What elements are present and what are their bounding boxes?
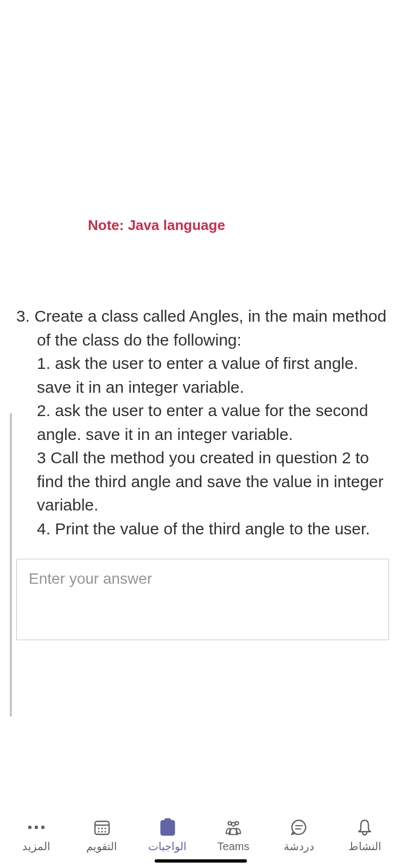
spacer-top <box>16 0 389 217</box>
svg-point-14 <box>235 821 239 825</box>
answer-box[interactable] <box>16 559 389 640</box>
tab-calendar[interactable]: التقويم <box>72 818 132 853</box>
tab-chat[interactable]: دردشة <box>269 818 329 853</box>
chat-icon <box>290 818 308 837</box>
tab-more-label: المزيد <box>22 840 50 853</box>
scroll-indicator <box>10 413 12 717</box>
svg-point-9 <box>101 831 103 832</box>
tab-teams-label: Teams <box>218 840 250 853</box>
assignment-content[interactable]: Note: Java language 3. Create a class ca… <box>0 0 401 807</box>
tab-assignments-label: الواجبات <box>148 840 187 853</box>
note-text: Note: Java language <box>88 217 389 234</box>
question-step-3: 3 Call the method you created in questio… <box>37 446 389 517</box>
teams-icon <box>224 819 243 837</box>
question-intro: Create a class called Angles, in the mai… <box>34 307 386 349</box>
tab-teams[interactable]: Teams <box>203 819 263 853</box>
home-indicator[interactable] <box>155 859 247 863</box>
svg-point-2 <box>41 826 44 829</box>
tab-activity[interactable]: النشاط <box>335 818 394 853</box>
svg-point-8 <box>98 831 99 832</box>
question-step-4: 4. Print the value of the third angle to… <box>37 517 389 541</box>
calendar-icon <box>93 818 111 837</box>
question-number: 3. <box>16 307 30 325</box>
svg-point-1 <box>34 826 37 829</box>
question-step-1: 1. ask the user to enter a value of firs… <box>37 352 389 399</box>
svg-point-0 <box>28 826 31 829</box>
tab-more[interactable]: المزيد <box>7 818 66 853</box>
tab-calendar-label: التقويم <box>86 840 117 853</box>
tab-assignments[interactable]: الواجبات <box>138 818 198 853</box>
svg-rect-11 <box>165 819 170 823</box>
bottom-tab-bar: المزيد التقويم <box>0 807 401 868</box>
tab-chat-label: دردشة <box>284 840 314 853</box>
svg-rect-12 <box>164 827 171 828</box>
bell-icon <box>355 818 374 837</box>
svg-point-13 <box>228 821 231 825</box>
question-block: 3. Create a class called Angles, in the … <box>16 304 389 540</box>
more-icon <box>27 818 46 837</box>
svg-point-5 <box>98 827 99 829</box>
tab-activity-label: النشاط <box>348 840 381 853</box>
svg-point-6 <box>101 827 103 829</box>
svg-point-15 <box>232 822 235 826</box>
svg-point-7 <box>104 827 106 829</box>
answer-input[interactable] <box>29 570 377 629</box>
assignments-icon <box>158 818 177 837</box>
question-step-2: 2. ask the user to enter a value for the… <box>37 399 389 446</box>
svg-point-10 <box>104 831 106 832</box>
